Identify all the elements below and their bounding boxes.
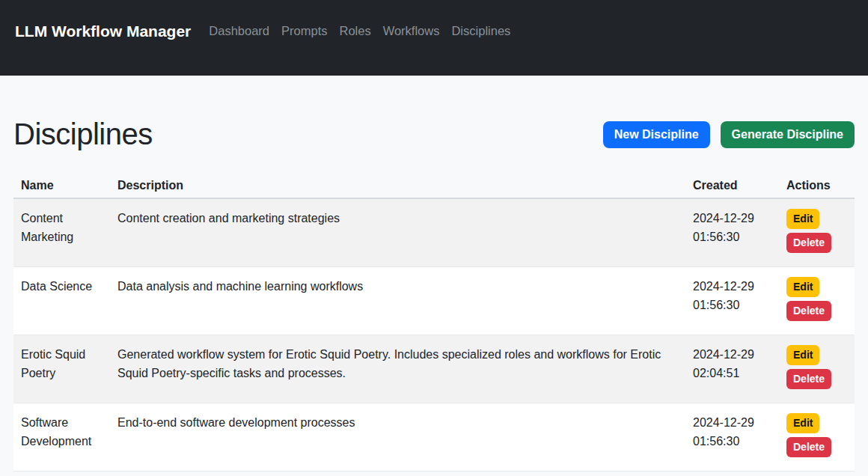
column-header-created: Created <box>685 174 779 198</box>
delete-button[interactable]: Delete <box>786 233 831 253</box>
page-header: Disciplines New Discipline Generate Disc… <box>13 118 855 151</box>
nav-item-prompts[interactable]: Prompts <box>275 24 333 38</box>
delete-button[interactable]: Delete <box>786 437 831 457</box>
table-header: Name Description Created Actions <box>13 174 855 198</box>
cell-description: End-to-end software development processe… <box>110 403 685 472</box>
cell-actions: Edit Delete <box>779 198 855 267</box>
cell-actions: Edit Delete <box>779 403 855 472</box>
cell-name: Content Marketing <box>13 198 110 267</box>
table-row: Software Development End-to-end software… <box>13 403 855 472</box>
cell-created: 2024-12-29 01:56:30 <box>685 267 779 335</box>
delete-button[interactable]: Delete <box>786 369 831 389</box>
cell-description: Data analysis and machine learning workf… <box>110 267 685 335</box>
column-header-name: Name <box>13 174 110 198</box>
cell-created: 2024-12-29 01:56:30 <box>685 403 779 472</box>
nav-item-dashboard[interactable]: Dashboard <box>203 24 275 38</box>
cell-description: Generated workflow system for Erotic Squ… <box>110 335 685 403</box>
cell-created: 2024-12-29 02:04:51 <box>685 335 779 403</box>
table-body: Content Marketing Content creation and m… <box>13 198 855 472</box>
table-row: Content Marketing Content creation and m… <box>13 198 855 267</box>
page-title: Disciplines <box>13 118 153 151</box>
header-actions: New Discipline Generate Discipline <box>603 121 855 148</box>
cell-name: Erotic Squid Poetry <box>13 335 110 403</box>
cell-name: Software Development <box>13 403 110 472</box>
column-header-actions: Actions <box>779 174 855 198</box>
cell-actions: Edit Delete <box>779 267 855 335</box>
table-row: Erotic Squid Poetry Generated workflow s… <box>13 335 855 403</box>
edit-button[interactable]: Edit <box>786 277 819 297</box>
nav-item-disciplines[interactable]: Disciplines <box>445 24 516 38</box>
app-brand[interactable]: LLM Workflow Manager <box>15 22 191 40</box>
generate-discipline-button[interactable]: Generate Discipline <box>721 121 855 148</box>
edit-button[interactable]: Edit <box>786 209 819 229</box>
column-header-description: Description <box>110 174 685 198</box>
edit-button[interactable]: Edit <box>786 345 819 365</box>
cell-name: Data Science <box>13 267 110 335</box>
new-discipline-button[interactable]: New Discipline <box>603 121 710 148</box>
top-navbar: LLM Workflow Manager Dashboard Prompts R… <box>0 0 868 76</box>
nav-menu: Dashboard Prompts Roles Workflows Discip… <box>203 24 516 38</box>
nav-item-roles[interactable]: Roles <box>333 24 376 38</box>
cell-created: 2024-12-29 01:56:30 <box>685 198 779 267</box>
cell-description: Content creation and marketing strategie… <box>110 198 685 267</box>
page-container: Disciplines New Discipline Generate Disc… <box>0 118 868 472</box>
cell-actions: Edit Delete <box>779 335 855 403</box>
table-row: Data Science Data analysis and machine l… <box>13 267 855 335</box>
edit-button[interactable]: Edit <box>786 413 819 433</box>
disciplines-table: Name Description Created Actions Content… <box>13 174 855 472</box>
delete-button[interactable]: Delete <box>786 301 831 321</box>
nav-item-workflows[interactable]: Workflows <box>377 24 446 38</box>
